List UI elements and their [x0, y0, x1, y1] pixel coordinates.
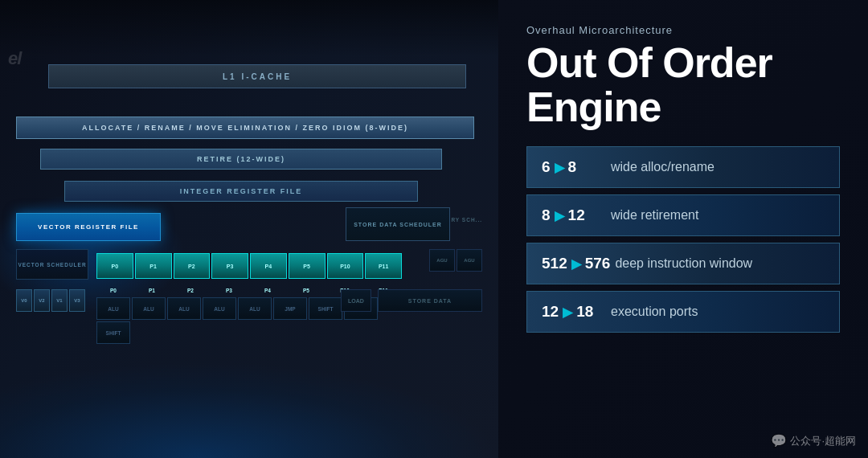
agu-0: AGU [429, 249, 455, 272]
stat-old-2: 8 [542, 207, 551, 224]
port-p1: P1 [135, 253, 172, 279]
int-reg-label: INTEGER REGISTER FILE [180, 187, 303, 195]
stat-retirement: 8 ▶ 12 wide retirement [526, 194, 840, 236]
wechat-icon: 💬 [771, 433, 787, 448]
port-p4: P4 [250, 253, 287, 279]
stat-numbers-2: 8 ▶ 12 [542, 207, 606, 224]
main-title: Out Of Order Engine [526, 41, 840, 129]
port-label-p2: P2 [172, 288, 209, 293]
overhaul-label: Overhaul Microarchitecture [526, 24, 840, 36]
right-panel: Overhaul Microarchitecture Out Of Order … [498, 0, 868, 458]
v-reg-3: V3 [69, 289, 85, 312]
arrow-icon-2: ▶ [555, 208, 564, 223]
port-label-p0: P0 [95, 288, 132, 293]
alu-1: ALU [132, 297, 166, 320]
top-overlay [0, 0, 498, 56]
shift-0: SHIFT [309, 297, 342, 320]
glow-base [0, 362, 498, 458]
stat-desc-4: execution ports [611, 305, 698, 319]
alu-3: ALU [203, 297, 236, 320]
retire-bar: RETIRE (12-WIDE) [40, 149, 442, 170]
v-reg-0: V0 [16, 289, 32, 312]
cache-label: L1 I-CACHE [223, 72, 292, 81]
retire-label: RETIRE (12-WIDE) [197, 155, 285, 163]
vector-scheduler: VECTOR SCHEDULER [16, 249, 88, 280]
store-data-scheduler: STORE DATA SCHEDULER [346, 207, 450, 241]
v-reg-2: V2 [34, 289, 50, 312]
port-label-p5: P5 [288, 288, 325, 293]
stat-numbers-4: 12 ▶ 18 [542, 303, 606, 321]
chip-diagram: el L1 I-CACHE ALLOCATE / RENAME / MOVE E… [0, 0, 498, 458]
port-p5: P5 [289, 253, 326, 279]
alu-4: ALU [238, 297, 272, 320]
arrow-icon-1: ▶ [555, 160, 564, 175]
store-data-bar: STORE DATA [378, 289, 482, 312]
arrow-icon-4: ▶ [563, 305, 572, 320]
cache-layer: L1 I-CACHE [48, 64, 466, 88]
allocate-bar: ALLOCATE / RENAME / MOVE ELIMINATION / Z… [16, 117, 474, 139]
shift-1: SHIFT [96, 321, 130, 344]
stat-new-3: 576 [585, 255, 611, 272]
watermark-text: 公众号·超能网 [790, 434, 856, 448]
stat-numbers-3: 512 ▶ 576 [542, 255, 610, 272]
vector-register-file: VECTOR REGISTER FILE [16, 213, 161, 241]
jmp-0: JMP [273, 297, 307, 320]
vector-sched-label: VECTOR SCHEDULER [18, 262, 86, 268]
arrow-icon-3: ▶ [571, 256, 581, 272]
v-register-blocks: V0 V2 V1 V3 [16, 289, 92, 312]
store-sched-label: STORE DATA SCHEDULER [354, 222, 442, 227]
stat-desc-1: wide alloc/rename [611, 160, 714, 174]
vector-reg-label: VECTOR REGISTER FILE [38, 223, 139, 231]
alu-0: ALU [96, 297, 130, 320]
port-label-p1: P1 [133, 288, 170, 293]
port-label-p4: P4 [249, 288, 286, 293]
store-data-label: STORE DATA [408, 298, 452, 304]
stat-old-3: 512 [542, 255, 567, 272]
stat-desc-2: wide retirement [611, 208, 698, 223]
port-p2: P2 [174, 253, 211, 279]
agu-blocks: AGU AGU [429, 249, 482, 272]
stats-list: 6 ▶ 8 wide alloc/rename 8 ▶ 12 wide reti… [526, 146, 840, 333]
stat-numbers-1: 6 ▶ 8 [542, 158, 606, 176]
agu-1: AGU [457, 249, 482, 272]
stat-new-2: 12 [568, 207, 585, 224]
main-container: el L1 I-CACHE ALLOCATE / RENAME / MOVE E… [0, 0, 868, 458]
stat-alloc-rename: 6 ▶ 8 wide alloc/rename [526, 146, 840, 188]
allocate-label: ALLOCATE / RENAME / MOVE ELIMINATION / Z… [82, 124, 408, 132]
port-label-p3: P3 [211, 288, 248, 293]
alu-2: ALU [167, 297, 201, 320]
port-p3: P3 [211, 253, 248, 279]
watermark: 💬 公众号·超能网 [771, 433, 856, 448]
execution-ports: P0 P1 P2 P3 P4 P5 P10 P11 [96, 253, 402, 279]
stat-instruction-window: 512 ▶ 576 deep instruction window [526, 243, 840, 284]
intel-brand: el [8, 48, 21, 69]
stat-new-4: 18 [576, 303, 593, 321]
port-p0: P0 [96, 253, 133, 279]
load-block: LOAD [341, 289, 371, 312]
load-label: LOAD [348, 298, 364, 304]
int-reg-bar: INTEGER REGISTER FILE [64, 181, 418, 202]
stat-desc-3: deep instruction window [615, 256, 752, 271]
stat-new-1: 8 [568, 158, 577, 176]
port-p11: P11 [365, 253, 402, 279]
stat-old-1: 6 [542, 158, 551, 176]
port-p10: P10 [327, 253, 364, 279]
stat-execution-ports: 12 ▶ 18 execution ports [526, 291, 840, 333]
stat-old-4: 12 [542, 303, 559, 321]
v-reg-1: V1 [51, 289, 68, 312]
